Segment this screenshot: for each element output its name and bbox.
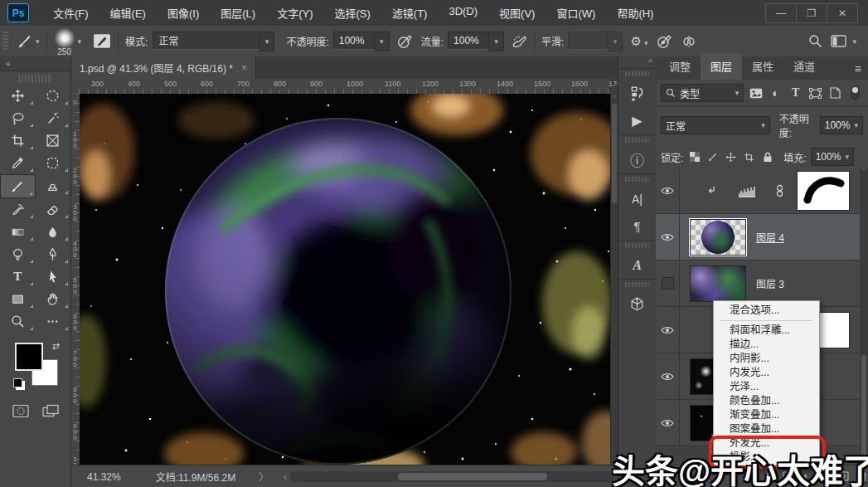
hscroll-left-arrow[interactable]: ‹ (284, 471, 287, 483)
visibility-checkbox-empty[interactable] (656, 261, 680, 306)
history-brush-tool[interactable] (0, 198, 36, 221)
pressure-size-icon[interactable] (656, 34, 672, 49)
search-icon[interactable] (808, 34, 822, 48)
edit-toolbar-ellipsis[interactable] (36, 310, 71, 333)
zoom-tool[interactable] (0, 310, 36, 333)
hand-tool[interactable] (36, 288, 71, 310)
layer-thumbnail-swirl[interactable] (690, 265, 746, 302)
brush-tool-icon[interactable] (17, 33, 33, 50)
type-tool[interactable]: T (0, 265, 36, 288)
menu-type[interactable]: 文字(Y) (268, 1, 322, 25)
glyphs-panel-icon[interactable]: A (618, 251, 656, 279)
filter-shape-layers-icon[interactable] (807, 85, 823, 101)
close-button[interactable]: ✕ (827, 4, 857, 22)
blend-mode-select[interactable]: 正常 ▾ (153, 32, 274, 51)
status-flyout-icon[interactable]: 〉 (259, 470, 269, 484)
menu-item-gradient-overlay[interactable]: 渐变叠加... (714, 408, 819, 422)
pen-tool[interactable] (36, 243, 71, 265)
menu-file[interactable]: 文件(F) (44, 1, 98, 25)
lock-position-icon[interactable] (724, 149, 738, 165)
lock-transparency-icon[interactable] (687, 149, 701, 165)
menu-item-stroke[interactable]: 描边... (714, 338, 819, 352)
visibility-eye-icon[interactable] (656, 353, 680, 399)
visibility-eye-icon[interactable] (656, 400, 680, 446)
paint-symmetry-icon[interactable] (681, 34, 697, 49)
menu-view[interactable]: 视图(V) (490, 1, 544, 25)
workspace-switcher-icon[interactable]: ▾ (831, 35, 856, 48)
3d-panel-icon[interactable] (618, 290, 656, 318)
menu-item-bevel-emboss[interactable]: 斜面和浮雕... (714, 324, 819, 338)
filter-smart-objects-icon[interactable] (827, 85, 843, 101)
pressure-opacity-icon[interactable] (396, 34, 413, 49)
zoom-level[interactable]: 41.32% (87, 471, 121, 483)
foreground-color-swatch[interactable] (15, 343, 43, 371)
info-panel-icon[interactable]: ⓘ (618, 146, 656, 173)
menu-edit[interactable]: 编辑(E) (101, 1, 155, 25)
menu-item-blending-options[interactable]: 混合选项... (714, 304, 819, 318)
maximize-button[interactable]: ❐ (796, 4, 827, 22)
lasso-tool[interactable] (0, 107, 36, 129)
visibility-eye-icon[interactable] (656, 168, 680, 213)
tab-adjustments[interactable]: 调整 (659, 53, 701, 80)
brush-panel-toggle-icon[interactable] (93, 33, 111, 49)
tab-channels[interactable]: 通道 (783, 53, 825, 80)
tab-close-icon[interactable]: × (241, 62, 247, 74)
menu-filter[interactable]: 滤镜(T) (383, 1, 437, 25)
path-select-tool[interactable] (36, 265, 71, 288)
dodge-tool[interactable] (0, 243, 36, 265)
crop-tool[interactable] (0, 129, 36, 152)
history-panel-icon[interactable] (618, 80, 656, 107)
minimize-button[interactable]: — (766, 4, 796, 22)
smoothing-input[interactable]: ▾ (568, 32, 623, 51)
layers-scrollbar[interactable]: ⌃ (860, 168, 868, 487)
layer-opacity-input[interactable]: 100%▾ (820, 116, 863, 134)
menu-item-pattern-overlay[interactable]: 图案叠加... (714, 422, 819, 436)
rectangle-tool[interactable] (0, 288, 36, 310)
document-tab[interactable]: 1.psd @ 41.3% (图层 4, RGB/16) * × (71, 56, 256, 79)
flow-input[interactable]: 100% ▾ (448, 32, 504, 51)
layer-name[interactable]: 图层 4 (756, 230, 784, 244)
brush-tool[interactable] (0, 174, 36, 198)
layer-mask-thumbnail[interactable] (797, 171, 850, 211)
filter-type-layers-icon[interactable]: T (788, 85, 803, 101)
airbrush-icon[interactable] (511, 34, 527, 49)
healing-brush-tool[interactable] (36, 152, 71, 174)
menu-item-inner-shadow[interactable]: 内阴影... (714, 352, 819, 366)
eyedropper-tool[interactable] (0, 152, 36, 174)
menu-image[interactable]: 图像(I) (158, 1, 208, 25)
smoothing-gear-icon[interactable]: ⚙▾ (630, 34, 647, 49)
filter-adjustment-layers-icon[interactable]: ◐ (768, 85, 783, 101)
brush-preset-picker[interactable]: 250 (54, 27, 75, 56)
filter-pixel-layers-icon[interactable] (748, 85, 764, 101)
menu-item-satin[interactable]: 光泽... (714, 380, 819, 394)
layer-filter-select[interactable]: 类型▾ (661, 84, 744, 102)
paragraph-panel-icon[interactable]: ¶ (618, 212, 656, 240)
magic-wand-tool[interactable] (36, 107, 71, 129)
layer-fill-input[interactable]: 100%▾ (811, 148, 854, 166)
menu-help[interactable]: 帮助(H) (608, 1, 662, 25)
tab-layers[interactable]: 图层 (701, 53, 742, 80)
layer-row-layer4[interactable]: 图层 4 (656, 214, 860, 261)
menu-item-color-overlay[interactable]: 颜色叠加... (714, 394, 819, 408)
brush-picker-chevron[interactable]: ▾ (78, 37, 82, 46)
dock-expand-icon[interactable]: « (618, 56, 656, 68)
lock-artboard-icon[interactable] (742, 149, 756, 165)
visibility-eye-icon[interactable] (656, 307, 680, 353)
screen-mode-button[interactable] (42, 404, 59, 418)
layer-thumbnail-planet[interactable] (690, 219, 746, 256)
character-panel-icon[interactable]: A| (618, 185, 656, 212)
gradient-tool[interactable] (0, 221, 36, 243)
default-colors-icon[interactable] (13, 378, 22, 387)
panel-menu-icon[interactable]: ≡ (855, 62, 861, 75)
lock-paint-icon[interactable] (706, 149, 720, 165)
eraser-tool[interactable] (36, 198, 71, 221)
quick-mask-button[interactable] (12, 404, 29, 418)
move-tool[interactable] (0, 85, 36, 107)
filter-toggle-switch[interactable] (847, 85, 863, 101)
marquee-tool[interactable] (36, 85, 71, 107)
blur-tool[interactable] (36, 221, 71, 243)
lock-all-icon[interactable] (760, 149, 774, 165)
menu-3d[interactable]: 3D(D) (439, 1, 487, 25)
layer-row-curves-adjustment[interactable] (656, 168, 860, 214)
opacity-input[interactable]: 100% ▾ (333, 32, 390, 51)
